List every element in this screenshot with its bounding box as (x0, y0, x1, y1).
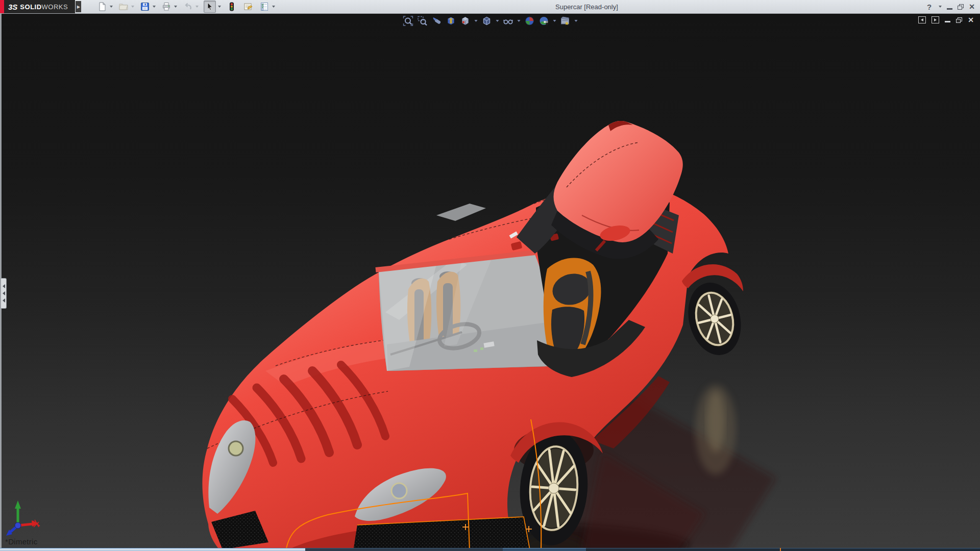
new-document-icon (97, 2, 107, 11)
apply-scene-caret[interactable] (553, 20, 556, 22)
status-strip (0, 548, 980, 551)
select-cursor-icon (205, 2, 214, 11)
view-orientation-caret[interactable] (475, 20, 478, 22)
view-orientation-icon (460, 16, 470, 26)
undo-button[interactable] (182, 1, 193, 12)
status-orange-tick (780, 548, 781, 551)
document-title: Supercar [Read-only] (555, 3, 618, 11)
minimize-button[interactable] (947, 8, 952, 10)
previous-view-icon (431, 16, 442, 26)
print-icon (162, 2, 171, 11)
zoom-to-fit-button[interactable] (403, 15, 413, 26)
zoom-to-fit-icon (403, 16, 413, 26)
view-orientation-button[interactable] (460, 15, 471, 26)
new-document-button[interactable] (96, 1, 108, 12)
save-dropdown-caret[interactable] (153, 6, 156, 8)
status-segment (586, 548, 980, 551)
design-binder-icon (243, 2, 253, 11)
rear-wheel[interactable] (681, 277, 748, 361)
status-segment (503, 548, 586, 551)
headsup-toolbar (403, 15, 578, 26)
save-floppy-icon (140, 2, 150, 11)
panel-collapse-handle[interactable] (1, 278, 7, 309)
appearance-sphere-icon (524, 16, 534, 26)
print-button[interactable] (161, 1, 172, 12)
options-dropdown-caret[interactable] (272, 6, 275, 8)
brand-stripe (0, 0, 4, 13)
menu-expand-arrow-icon[interactable]: ▶ (76, 1, 81, 12)
undo-icon (183, 2, 192, 11)
display-style-button[interactable] (481, 15, 492, 26)
open-folder-icon (119, 2, 128, 11)
restore-button[interactable] (958, 4, 964, 10)
graphics-viewport[interactable]: ✕ *Dimetric (0, 14, 980, 551)
open-dropdown-caret[interactable] (131, 6, 134, 8)
print-dropdown-caret[interactable] (174, 6, 177, 8)
display-style-caret[interactable] (496, 20, 499, 22)
document-minimize-button[interactable] (945, 21, 950, 22)
document-close-button[interactable]: ✕ (968, 16, 974, 23)
collapse-arrow-icon (3, 298, 5, 303)
display-style-icon (481, 16, 492, 26)
save-button[interactable] (139, 1, 151, 12)
zoom-to-area-button[interactable] (417, 15, 428, 26)
apply-scene-button[interactable] (538, 15, 549, 26)
title-bar: 3S SOLIDWORKS ▶ (0, 0, 980, 14)
solidworks-logo: 3S SOLIDWORKS (0, 0, 75, 13)
hide-show-caret[interactable] (518, 20, 521, 22)
status-segment (0, 548, 305, 551)
section-view-button[interactable] (446, 15, 456, 26)
status-segment (305, 548, 503, 551)
document-restore-button[interactable] (956, 17, 962, 23)
help-dropdown-caret[interactable] (939, 6, 942, 8)
options-checklist-button[interactable] (259, 1, 270, 12)
view-settings-icon (560, 16, 570, 26)
undo-dropdown-caret[interactable] (195, 6, 199, 8)
collapse-arrow-icon (3, 284, 5, 288)
section-view-icon (446, 16, 456, 26)
collapse-arrow-icon (3, 291, 5, 295)
select-button[interactable] (204, 1, 216, 13)
previous-view-button[interactable] (431, 15, 442, 26)
brand-name-light: WORKS (42, 3, 68, 11)
traffic-light-icon (227, 2, 236, 11)
brand-3ds-icon: 3S (8, 3, 17, 11)
hide-show-items-button[interactable] (503, 15, 513, 26)
view-settings-button[interactable] (560, 15, 571, 26)
select-dropdown-caret[interactable] (218, 6, 221, 8)
close-button[interactable]: ✕ (969, 3, 975, 10)
edit-appearance-button[interactable] (524, 15, 535, 26)
main-toolbar (81, 1, 278, 13)
open-document-button[interactable] (118, 1, 129, 12)
orientation-triad-icon (1, 488, 47, 544)
glasses-icon (503, 16, 513, 26)
apply-scene-icon (538, 16, 549, 26)
brand-name-bold: SOLID (20, 3, 41, 11)
previous-pane-icon[interactable] (918, 16, 926, 23)
interference-lights-button[interactable] (226, 1, 237, 12)
next-pane-icon[interactable] (932, 16, 939, 23)
options-checklist-icon (260, 2, 269, 11)
zoom-to-area-icon (417, 16, 427, 26)
design-binder-button[interactable] (242, 1, 254, 12)
new-dropdown-caret[interactable] (110, 6, 113, 8)
document-window-controls: ✕ (918, 16, 974, 23)
view-settings-caret[interactable] (575, 20, 578, 22)
help-icon[interactable]: ? (927, 3, 932, 11)
model-supercar[interactable] (0, 14, 980, 551)
windshield[interactable] (376, 253, 565, 371)
view-orientation-label: *Dimetric (5, 537, 38, 546)
titlebar-controls: ? ✕ (927, 0, 975, 13)
